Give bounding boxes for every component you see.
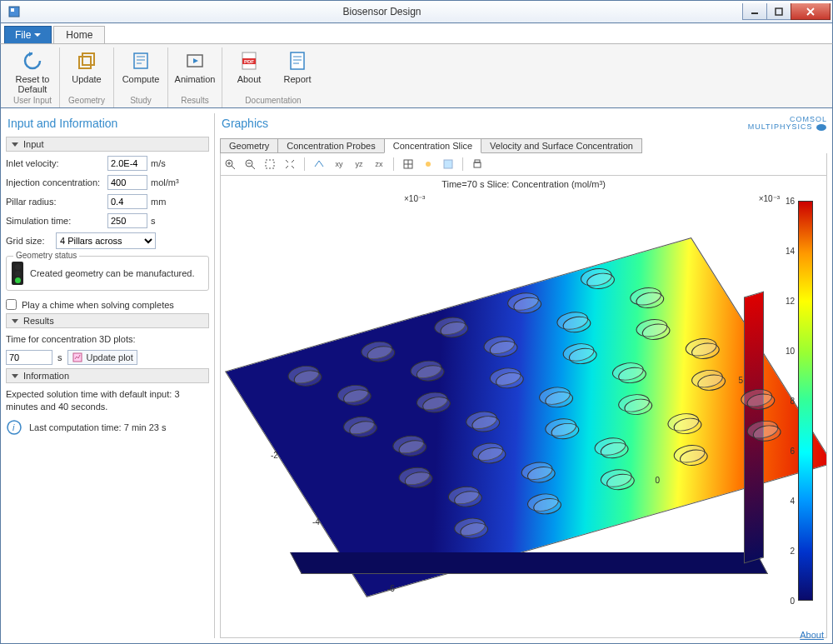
pillar (576, 265, 616, 289)
section-input-header[interactable]: Input (6, 137, 209, 152)
about-label: About (237, 74, 262, 84)
colorbar-tick: 2 (790, 547, 795, 556)
colorbar-tick: 4 (790, 497, 795, 506)
update-label: Update (72, 74, 101, 84)
grid-size-select[interactable]: 4 Pillars across (56, 232, 156, 249)
pillar (552, 309, 592, 333)
about-link[interactable]: About (800, 630, 824, 640)
pillar (388, 432, 428, 457)
ribbon-group-study: Compute Study (114, 47, 168, 107)
xy-view-icon[interactable]: xy (332, 157, 347, 172)
window-controls (743, 3, 831, 20)
animation-button[interactable]: Animation (175, 49, 215, 84)
field-unit: s (151, 216, 156, 226)
main-content: Input and Information Input Inlet veloci… (0, 108, 833, 644)
zoom-out-icon[interactable] (242, 157, 257, 172)
svg-rect-5 (82, 53, 94, 65)
field-label: Inlet velocity: (6, 158, 104, 168)
print-icon[interactable] (470, 157, 485, 172)
inlet-velocity-input[interactable] (107, 156, 147, 171)
ribbon-group-label: Study (130, 94, 152, 107)
pillar (333, 382, 373, 406)
default-view-icon[interactable] (312, 157, 327, 172)
last-computation-text: Last computation time: 7 min 23 s (29, 422, 166, 432)
pillar (486, 365, 526, 389)
report-button[interactable]: Report (277, 49, 317, 84)
zoom-box-icon[interactable] (262, 157, 277, 172)
pillar (395, 464, 435, 488)
chime-checkbox[interactable] (6, 299, 17, 310)
close-button[interactable] (791, 3, 831, 20)
zoom-in-icon[interactable] (222, 157, 237, 172)
field-label: Pillar radius: (6, 197, 104, 207)
tab-concentration-slice[interactable]: Concentration Slice (384, 138, 481, 153)
maximize-button[interactable] (766, 3, 791, 20)
pillar (339, 413, 379, 437)
pillar (450, 515, 490, 539)
chime-label: Play a chime when solving completes (22, 300, 174, 310)
file-menu[interactable]: File (4, 26, 52, 43)
zx-view-icon[interactable]: zx (372, 157, 387, 172)
ribbon-group-documentation: PDF About Report Documentation (222, 47, 324, 107)
minimize-button[interactable] (742, 3, 767, 20)
report-label: Report (283, 74, 311, 84)
refresh-plot-icon (72, 352, 83, 363)
axis-exponent-right: ×10⁻³ (759, 194, 780, 203)
svg-rect-6 (134, 53, 147, 68)
transparency-icon[interactable] (441, 157, 456, 172)
geometry-status-box: Geometry status Created geometry can be … (6, 256, 209, 291)
pillar (468, 440, 508, 464)
update-geometry-button[interactable]: Update (67, 49, 107, 84)
pillar (535, 384, 575, 408)
pillar (430, 314, 470, 338)
about-button[interactable]: PDF About (229, 49, 269, 84)
update-plot-button[interactable]: Update plot (67, 350, 137, 365)
injection-conc-input[interactable] (107, 175, 147, 190)
info-icon: i (6, 419, 22, 436)
pillar (517, 459, 557, 483)
ribbon-group-geometry: Update Geometry (60, 47, 114, 107)
pillar (681, 335, 721, 359)
field-grid-size: Grid size: 4 Pillars across (6, 232, 209, 249)
section-results-header[interactable]: Results (6, 313, 209, 328)
pillar (357, 338, 397, 362)
field-sim-time: Simulation time: s (6, 213, 209, 228)
field-injection-conc: Injection concentration: mol/m³ (6, 175, 209, 190)
tab-home[interactable]: Home (53, 26, 105, 43)
section-label: Information (23, 371, 69, 381)
scene-light-icon[interactable] (421, 157, 436, 172)
plot-area[interactable]: Time=70 s Slice: Concentration (mol/m³) … (220, 176, 827, 638)
section-info-header[interactable]: Information (6, 368, 209, 383)
yz-view-icon[interactable]: yz (352, 157, 367, 172)
chime-checkbox-row: Play a chime when solving completes (6, 299, 209, 310)
pillar (743, 417, 783, 442)
last-computation-row: i Last computation time: 7 min 23 s (6, 419, 209, 436)
svg-rect-35 (474, 162, 481, 167)
reset-to-default-button[interactable]: Reset toDefault (12, 49, 52, 94)
pillar-radius-input[interactable] (107, 194, 147, 209)
grid-icon[interactable] (401, 157, 416, 172)
zoom-extents-icon[interactable] (282, 157, 297, 172)
compute-button[interactable]: Compute (121, 49, 161, 84)
traffic-light-icon (12, 262, 23, 285)
tab-concentration-probes[interactable]: Concentration Probes (277, 138, 384, 153)
tab-velocity-surface[interactable]: Velocity and Surface Concentration (481, 138, 642, 153)
ribbon-group-label: User Input (13, 94, 52, 107)
plot-time-input[interactable] (6, 350, 52, 365)
pillar (480, 333, 520, 357)
pillar (407, 357, 446, 382)
colorbar-tick: 6 (790, 447, 795, 456)
colorbar-tick: 8 (790, 397, 795, 406)
svg-line-27 (252, 166, 255, 169)
pillar (736, 386, 776, 410)
pillar (541, 416, 581, 440)
panel-title: Input and Information (6, 113, 209, 133)
tab-geometry[interactable]: Geometry (220, 138, 278, 153)
svg-rect-29 (266, 160, 274, 168)
field-pillar-radius: Pillar radius: mm (6, 194, 209, 209)
results-time-label: Time for concentration 3D plots: (6, 333, 209, 345)
update-icon (75, 49, 98, 72)
pillar (664, 410, 704, 434)
ribbon: Reset toDefault User Input Update Geomet… (0, 43, 833, 108)
sim-time-input[interactable] (107, 213, 147, 228)
